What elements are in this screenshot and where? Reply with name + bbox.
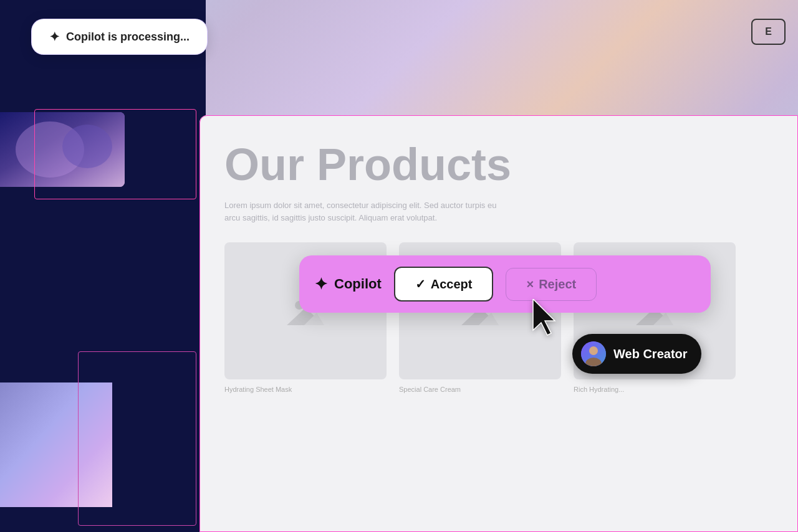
avatar: [581, 341, 606, 366]
accept-checkmark-icon: ✓: [415, 277, 426, 292]
accept-button[interactable]: ✓ Accept: [394, 267, 494, 302]
product-1-label: Hydrating Sheet Mask: [224, 386, 292, 393]
copilot-action-bar: ✦ Copilot ✓ Accept × Reject: [299, 255, 711, 313]
copilot-label-text: Copilot: [334, 276, 382, 292]
copilot-processing-text: Copilot is processing...: [66, 31, 190, 44]
svg-point-18: [590, 347, 598, 355]
copilot-processing-bubble: ✦ Copilot is processing...: [31, 19, 208, 55]
pink-border-decoration-1: [34, 109, 196, 199]
top-right-button[interactable]: E: [751, 19, 786, 45]
pink-border-decoration-2: [78, 351, 196, 526]
web-creator-badge: Web Creator: [572, 334, 701, 374]
web-creator-text: Web Creator: [613, 347, 688, 361]
webpage-title: Our Products: [224, 140, 773, 189]
copilot-sparkle-icon: ✦: [314, 275, 328, 294]
reject-button[interactable]: × Reject: [506, 268, 597, 301]
product-3-label: Rich Hydrating...: [574, 386, 624, 393]
reject-x-icon: ×: [526, 277, 534, 292]
webpage-subtitle: Lorem ipsum dolor sit amet, consectetur …: [224, 199, 499, 224]
copilot-label-group: ✦ Copilot: [314, 275, 382, 294]
product-2-label: Special Care Cream: [399, 386, 461, 393]
sparkle-icon: ✦: [49, 29, 60, 44]
svg-marker-13: [533, 299, 555, 335]
webpage-mockup: Our Products Lorem ipsum dolor sit amet,…: [200, 115, 798, 532]
reject-label: Reject: [539, 277, 576, 292]
accept-label: Accept: [431, 277, 473, 292]
